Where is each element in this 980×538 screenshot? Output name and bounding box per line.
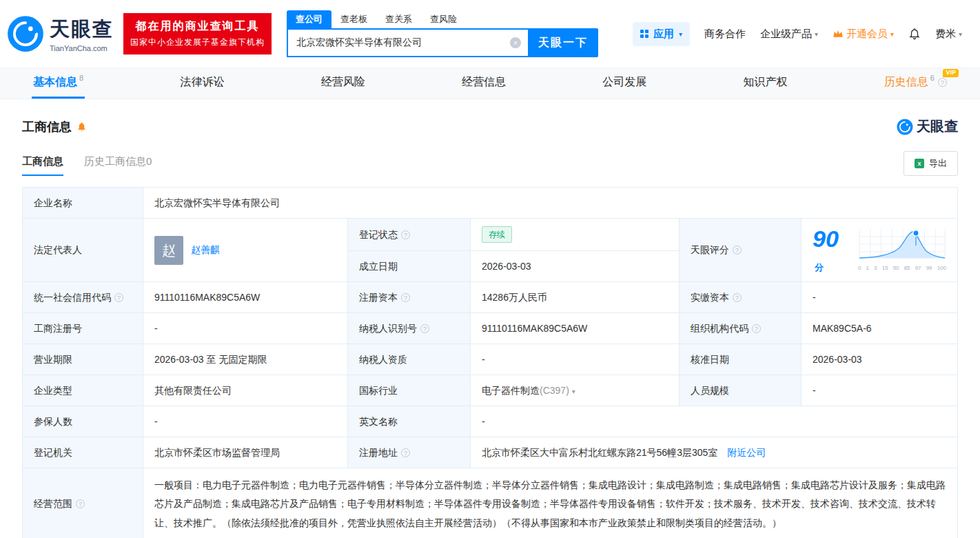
subtab-history-business-info[interactable]: 历史工商信息0 — [84, 155, 152, 176]
nav-user-menu[interactable]: 费米 — [935, 28, 962, 41]
enterprise-label: 企业级产品 — [760, 28, 812, 41]
tab-company-development[interactable]: 公司发展 — [601, 68, 648, 99]
help-icon[interactable] — [733, 293, 742, 302]
section-title-text: 工商信息 — [22, 119, 72, 135]
tab-count: 8 — [79, 74, 83, 82]
nav-cooperation[interactable]: 商务合作 — [704, 28, 746, 41]
help-icon[interactable] — [401, 448, 410, 457]
field-label: 工商注册号 — [23, 313, 143, 344]
taxpayer-quality-value: - — [471, 344, 680, 375]
business-info-table: 企业名称 北京宏微怀实半导体有限公司 法定代表人 赵 赵善麒 登记状态 存续 天… — [22, 187, 958, 538]
legal-rep-link[interactable]: 赵善麒 — [191, 243, 220, 257]
company-name-value: 北京宏微怀实半导体有限公司 — [143, 188, 958, 219]
table-row: 企业类型 其他有限责任公司 国标行业 电子器件制造(C397) 人员规模 - — [23, 375, 958, 406]
search-input[interactable] — [287, 28, 528, 57]
apps-menu[interactable]: 应用 — [633, 22, 690, 46]
field-label: 经营范围 — [23, 468, 143, 538]
tab-label: 经营风险 — [321, 75, 365, 90]
help-icon[interactable] — [938, 78, 947, 87]
field-label: 天眼评分 — [680, 219, 802, 282]
chevron-down-icon — [890, 30, 894, 38]
approval-date-value: 2026-03-03 — [802, 344, 958, 375]
subtab-business-info[interactable]: 工商信息 — [22, 155, 63, 176]
help-icon[interactable] — [76, 499, 85, 508]
help-icon[interactable] — [733, 246, 742, 255]
search-tab-company[interactable]: 查公司 — [287, 10, 331, 28]
chevron-down-icon — [679, 30, 682, 38]
score-cell: 90分 — [802, 219, 958, 282]
brand-domain: TianYanCha.com — [50, 44, 114, 52]
field-label: 统一社会信用代码 — [23, 282, 143, 313]
search-button[interactable]: 天眼一下 — [528, 28, 598, 57]
main-content: 工商信息 天眼查 工商信息 历史工商信息0 导出 — [0, 99, 980, 538]
export-button[interactable]: 导出 — [904, 151, 958, 176]
tab-operating-risk[interactable]: 经营风险 — [320, 68, 367, 99]
tab-operating-info[interactable]: 经营信息 — [460, 68, 507, 99]
org-code-value: MAK89C5A-6 — [802, 313, 958, 344]
open-vip-label: 开通会员 — [846, 28, 888, 41]
field-label: 企业名称 — [23, 188, 143, 219]
notification-bell-icon[interactable] — [908, 28, 921, 40]
chart-x-ticks: 01 315 5085 9799 100 — [858, 264, 946, 272]
insured-count-value: - — [143, 406, 348, 437]
slogan-banner: 都在用的商业查询工具 国家中小企业发展子基金旗下机构 — [123, 13, 272, 54]
subscribe-bell-icon[interactable] — [76, 121, 87, 132]
field-label: 参保人数 — [23, 406, 143, 437]
field-label: 登记状态 — [348, 219, 471, 251]
table-row: 登记机关 北京市怀柔区市场监督管理局 注册地址 北京市怀柔区大中富乐村北红螺东路… — [23, 437, 958, 468]
field-label: 成立日期 — [348, 251, 471, 282]
tab-history-info[interactable]: VIP 历史信息6 — [883, 68, 948, 99]
tab-label: 公司发展 — [602, 75, 646, 90]
brand-name: 天眼查 — [50, 16, 114, 43]
paid-capital-value: - — [802, 282, 958, 313]
staff-size-value: - — [802, 375, 958, 406]
help-icon[interactable] — [401, 230, 410, 239]
industry-cell[interactable]: 电子器件制造(C397) — [471, 375, 680, 406]
help-icon[interactable] — [114, 293, 123, 302]
search-tab-risk[interactable]: 查风险 — [421, 10, 466, 28]
tab-basic-info[interactable]: 基本信息8 — [32, 68, 85, 99]
export-label: 导出 — [929, 157, 947, 170]
watermark-text: 天眼查 — [917, 117, 958, 136]
table-row: 营业期限 2026-03-03 至 无固定期限 纳税人资质 - 核准日期 202… — [23, 344, 958, 375]
company-type-value: 其他有限责任公司 — [143, 375, 348, 406]
tab-label: 法律诉讼 — [180, 75, 224, 90]
tianyancha-logo[interactable]: 天眼查 TianYanCha.com — [7, 15, 114, 52]
tab-label: 经营信息 — [462, 75, 506, 90]
nav-open-vip[interactable]: 开通会员 — [833, 28, 894, 41]
nav-enterprise-products[interactable]: 企业级产品 — [760, 28, 818, 41]
field-label: 组织机构代码 — [680, 313, 802, 344]
search-tab-relation[interactable]: 查关系 — [376, 10, 421, 28]
search-block: 查公司 查老板 查关系 查风险 天眼一下 — [287, 10, 598, 57]
help-icon[interactable] — [752, 324, 761, 333]
tianyancha-logo-icon — [897, 119, 913, 135]
taxpayer-id-value: 91110116MAK89C5A6W — [471, 313, 680, 344]
legal-rep-avatar[interactable]: 赵 — [154, 236, 183, 265]
chevron-down-icon — [959, 30, 962, 38]
score-distribution-chart: 01 315 5085 9799 100 — [858, 228, 946, 272]
field-label: 法定代表人 — [23, 219, 143, 282]
english-name-value: - — [471, 406, 958, 437]
tab-intellectual-property[interactable]: 知识产权 — [742, 68, 789, 99]
field-label: 营业期限 — [23, 344, 143, 375]
reg-address-value: 北京市怀柔区大中富乐村北红螺东路21号56幢3层305室 — [482, 447, 717, 458]
chevron-down-icon[interactable] — [572, 388, 575, 395]
establish-date-value: 2026-03-03 — [471, 251, 680, 282]
tab-count: 6 — [930, 74, 935, 82]
apps-grid-icon — [640, 30, 649, 38]
slogan-line2: 国家中小企业发展子基金旗下机构 — [130, 37, 265, 48]
tab-label: 基本信息 — [33, 75, 77, 90]
nearby-companies-link[interactable]: 附近公司 — [727, 447, 766, 458]
field-label: 纳税人资质 — [348, 344, 471, 375]
field-label: 纳税人识别号 — [348, 313, 471, 344]
search-tabs: 查公司 查老板 查关系 查风险 — [287, 10, 598, 28]
tab-legal-proceedings[interactable]: 法律诉讼 — [178, 68, 225, 99]
help-icon[interactable] — [420, 324, 429, 333]
industry-value: 电子器件制造 — [482, 385, 540, 396]
field-label: 实缴资本 — [680, 282, 802, 313]
help-icon[interactable] — [401, 293, 410, 302]
clear-search-icon[interactable] — [510, 37, 521, 48]
business-term-value: 2026-03-03 至 无固定期限 — [143, 344, 348, 375]
credit-code-value: 91110116MAK89C5A6W — [143, 282, 348, 313]
search-tab-boss[interactable]: 查老板 — [331, 10, 376, 28]
